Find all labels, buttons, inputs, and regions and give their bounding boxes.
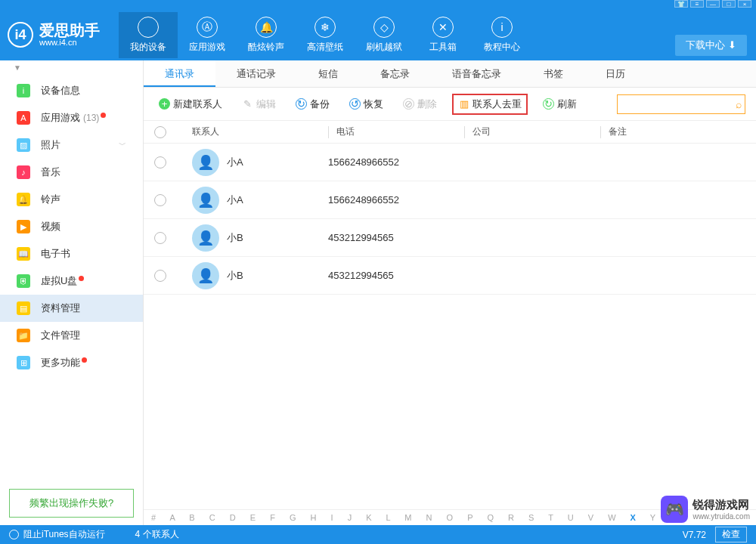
search-box[interactable]: ⌕	[617, 94, 745, 114]
contact-name: 小A	[227, 193, 243, 207]
avatar-icon: 👤	[192, 149, 219, 176]
itunes-block-toggle[interactable]	[9, 530, 19, 539]
sub-tab-6[interactable]: 日历	[584, 60, 646, 87]
row-checkbox[interactable]	[154, 156, 166, 168]
check-update-button[interactable]: 检查	[715, 527, 747, 542]
sidebar-icon: ▶	[17, 220, 30, 233]
nav-tab-2[interactable]: 🔔酷炫铃声	[237, 12, 296, 58]
sidebar-label: 照片	[41, 138, 60, 152]
sidebar-label: 虚拟U盘	[41, 274, 77, 288]
nav-tab-4[interactable]: ◇刷机越狱	[355, 12, 414, 58]
sidebar-item-4[interactable]: 🔔铃声	[0, 186, 143, 213]
backup-button[interactable]: ↻ 备份	[291, 94, 334, 114]
search-icon[interactable]: ⌕	[736, 98, 742, 110]
app-url: www.i4.cn	[39, 38, 100, 47]
nav-tab-1[interactable]: Ⓐ应用游戏	[178, 12, 237, 58]
nav-tabs: 我的设备Ⓐ应用游戏🔔酷炫铃声❄高清壁纸◇刷机越狱✕工具箱i教程中心	[119, 12, 531, 58]
watermark-icon: 🎮	[661, 496, 688, 523]
contact-row[interactable]: 👤 小B 453212994565	[144, 219, 756, 257]
content-pane: 通讯录通话记录短信备忘录语音备忘录书签日历 + 新建联系人 ✎ 编辑 ↻ 备份 …	[144, 60, 756, 525]
sidebar-label: 铃声	[41, 193, 60, 206]
close-button[interactable]: ×	[738, 0, 751, 8]
title-bar: 👕 ≡ — □ ×	[0, 0, 756, 9]
new-contact-button[interactable]: + 新建联系人	[154, 94, 227, 114]
col-phone[interactable]: 电话	[328, 126, 464, 138]
nav-tab-icon: Ⓐ	[197, 17, 218, 38]
sidebar-icon: ▨	[17, 138, 30, 152]
nav-tab-5[interactable]: ✕工具箱	[414, 12, 472, 58]
logo-icon: i4	[8, 22, 33, 48]
nav-tab-6[interactable]: i教程中心	[472, 12, 531, 58]
sub-tab-3[interactable]: 备忘录	[359, 60, 431, 87]
refresh-button[interactable]: ↻ 刷新	[538, 94, 581, 114]
sidebar-label: 更多功能	[41, 356, 80, 369]
nav-tab-icon: i	[491, 17, 513, 38]
select-all-checkbox[interactable]	[154, 126, 166, 138]
refresh-icon: ↻	[543, 98, 554, 110]
sidebar-item-0[interactable]: i设备信息	[0, 77, 143, 104]
restore-button[interactable]: ↺ 恢复	[345, 94, 388, 114]
nav-tab-0[interactable]: 我的设备	[119, 12, 178, 58]
contact-name: 小B	[227, 269, 243, 283]
download-center-button[interactable]: 下载中心 ⬇	[675, 35, 747, 56]
sub-tab-5[interactable]: 书签	[522, 60, 584, 87]
contact-name: 小B	[227, 231, 243, 245]
sub-tab-4[interactable]: 语音备忘录	[431, 60, 522, 87]
sidebar-label: 应用游戏	[41, 111, 80, 125]
backup-icon: ↻	[296, 98, 307, 110]
col-name[interactable]: 联系人	[192, 125, 328, 138]
sidebar-label: 视频	[41, 220, 60, 233]
delete-button[interactable]: ⊘ 删除	[398, 94, 442, 114]
sub-tab-1[interactable]: 通话记录	[215, 60, 297, 87]
sidebar-item-10[interactable]: ⊞更多功能	[0, 349, 143, 376]
contact-phone: 1566248966552	[328, 194, 464, 206]
row-checkbox[interactable]	[154, 194, 166, 206]
row-checkbox[interactable]	[154, 270, 166, 282]
pencil-icon: ✎	[242, 98, 253, 110]
col-note[interactable]: 备注	[600, 126, 745, 138]
sub-tab-2[interactable]: 短信	[297, 60, 359, 87]
sidebar-item-5[interactable]: ▶视频	[0, 213, 143, 240]
sidebar-item-3[interactable]: ♪音乐	[0, 159, 143, 186]
skin-button[interactable]: 👕	[674, 0, 688, 8]
row-checkbox[interactable]	[154, 232, 166, 244]
minimize-button[interactable]: —	[706, 0, 720, 8]
nav-tab-icon: ✕	[432, 17, 454, 38]
col-company[interactable]: 公司	[464, 126, 600, 138]
nav-tab-3[interactable]: ❄高清壁纸	[296, 12, 355, 58]
sidebar-item-6[interactable]: 📖电子书	[0, 240, 143, 267]
version-label: V7.72	[683, 530, 706, 540]
dedupe-button[interactable]: ▥ 联系人去重	[452, 94, 528, 115]
sidebar-item-8[interactable]: ▤资料管理	[0, 295, 143, 322]
header: i4 爱思助手 www.i4.cn 我的设备Ⓐ应用游戏🔔酷炫铃声❄高清壁纸◇刷机…	[0, 9, 756, 60]
sidebar-item-2[interactable]: ▨照片﹀	[0, 131, 143, 159]
toolbar: + 新建联系人 ✎ 编辑 ↻ 备份 ↺ 恢复 ⊘ 删除 ▥ 联系人去重	[144, 88, 756, 121]
sidebar-collapse-icon[interactable]: ▼	[0, 60, 143, 77]
search-input[interactable]	[622, 99, 736, 110]
contact-phone: 453212994565	[328, 232, 464, 243]
sidebar-icon: ⛨	[17, 274, 30, 288]
contact-name: 小A	[227, 156, 243, 169]
maximize-button[interactable]: □	[722, 0, 736, 8]
sidebar-item-9[interactable]: 📁文件管理	[0, 322, 143, 349]
nav-tab-label: 酷炫铃声	[237, 41, 296, 54]
nav-tab-label: 教程中心	[472, 41, 531, 54]
edit-button[interactable]: ✎ 编辑	[237, 94, 280, 114]
sidebar-item-1[interactable]: A应用游戏(13)	[0, 104, 143, 131]
faq-link[interactable]: 频繁出现操作失败?	[9, 489, 134, 518]
contact-row[interactable]: 👤 小A 1566248966552	[144, 144, 756, 181]
nav-tab-icon	[138, 17, 159, 38]
dedupe-label: 联系人去重	[472, 97, 522, 111]
contact-row[interactable]: 👤 小B 453212994565	[144, 257, 756, 295]
sub-tab-0[interactable]: 通讯录	[144, 60, 215, 87]
nav-tab-icon: ❄	[314, 17, 336, 38]
sidebar-item-7[interactable]: ⛨虚拟U盘	[0, 267, 143, 295]
contact-count: 4 个联系人	[135, 528, 179, 541]
app-title: 爱思助手	[39, 23, 100, 38]
delete-icon: ⊘	[403, 98, 414, 110]
contact-phone: 1566248966552	[328, 156, 464, 168]
menu-button[interactable]: ≡	[690, 0, 704, 8]
contact-row[interactable]: 👤 小A 1566248966552	[144, 181, 756, 219]
backup-label: 备份	[310, 97, 330, 111]
refresh-label: 刷新	[557, 97, 577, 111]
